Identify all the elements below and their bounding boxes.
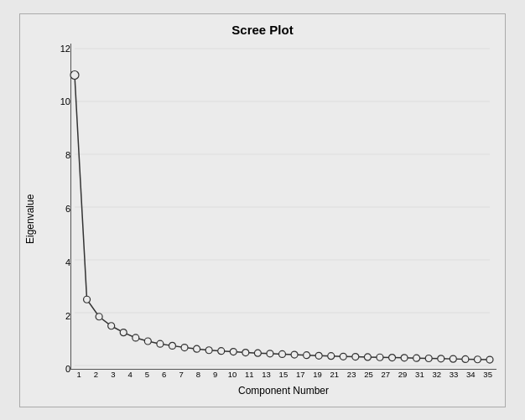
- x-tick: 21: [326, 370, 343, 383]
- y-tick: 12: [47, 44, 70, 54]
- svg-point-10: [108, 322, 115, 329]
- svg-point-39: [462, 355, 469, 362]
- y-tick: 4: [47, 257, 70, 267]
- svg-point-7: [70, 70, 79, 79]
- svg-point-12: [133, 334, 139, 340]
- svg-point-34: [401, 354, 408, 360]
- plot-area: [70, 44, 496, 370]
- x-axis-ticks: 1234567891011131517192123252729313233343…: [70, 370, 496, 383]
- y-tick: 6: [47, 204, 70, 214]
- svg-point-14: [157, 340, 164, 347]
- x-tick: 25: [360, 370, 377, 383]
- y-axis-label: Eigenvalue: [20, 40, 44, 398]
- svg-point-21: [242, 349, 249, 355]
- x-tick: 8: [190, 370, 206, 383]
- svg-point-23: [267, 350, 273, 356]
- x-tick: 5: [138, 370, 155, 383]
- svg-point-18: [205, 346, 212, 353]
- y-tick: 10: [47, 96, 70, 106]
- x-tick: 23: [343, 370, 360, 383]
- svg-point-37: [438, 355, 444, 361]
- svg-point-15: [169, 342, 175, 349]
- svg-point-28: [328, 352, 335, 359]
- x-tick: 3: [105, 370, 122, 383]
- svg-point-11: [120, 329, 127, 335]
- svg-point-29: [340, 353, 346, 360]
- x-tick: 15: [275, 370, 292, 383]
- x-axis-label: Component Number: [70, 385, 496, 397]
- x-tick: 29: [394, 370, 411, 383]
- x-tick: 13: [257, 370, 274, 383]
- chart-title: Scree Plot: [231, 23, 293, 37]
- svg-point-31: [364, 353, 371, 360]
- svg-point-26: [304, 351, 310, 358]
- x-tick: 11: [241, 370, 257, 383]
- svg-point-27: [315, 352, 322, 359]
- y-tick: 2: [47, 311, 70, 321]
- svg-point-13: [144, 338, 151, 345]
- x-tick: 2: [87, 370, 104, 383]
- x-tick: 34: [462, 370, 479, 383]
- scree-plot-svg: [71, 44, 496, 369]
- x-tick: 17: [292, 370, 309, 383]
- y-tick: 8: [47, 150, 70, 160]
- svg-point-19: [218, 347, 225, 354]
- y-tick: 0: [47, 364, 70, 374]
- svg-point-9: [96, 313, 102, 319]
- chart-area: Eigenvalue 121086420 1234567891011131517…: [20, 40, 505, 407]
- x-tick: 19: [309, 370, 325, 383]
- chart-container: Scree Plot Eigenvalue 121086420 12345678…: [19, 13, 506, 407]
- x-tick: 6: [156, 370, 173, 383]
- x-tick: 35: [480, 370, 496, 383]
- svg-point-38: [450, 355, 456, 362]
- x-tick: 31: [411, 370, 428, 383]
- svg-point-33: [389, 354, 396, 360]
- svg-point-32: [377, 354, 383, 360]
- x-tick: 10: [224, 370, 241, 383]
- svg-point-24: [279, 350, 286, 357]
- svg-point-41: [486, 356, 493, 363]
- svg-point-30: [352, 353, 359, 360]
- x-tick: 4: [122, 370, 138, 383]
- svg-point-16: [181, 344, 188, 350]
- x-tick: 33: [445, 370, 462, 383]
- plot-and-x: 1234567891011131517192123252729313233343…: [70, 40, 505, 398]
- x-tick: 1: [70, 370, 87, 383]
- svg-point-35: [413, 355, 420, 361]
- svg-point-22: [254, 350, 261, 356]
- x-tick: 9: [207, 370, 224, 383]
- svg-point-8: [84, 296, 91, 303]
- x-tick: 7: [173, 370, 190, 383]
- y-axis: 121086420: [44, 40, 70, 398]
- svg-point-36: [425, 355, 432, 361]
- svg-point-20: [230, 348, 237, 355]
- svg-point-17: [194, 345, 200, 352]
- x-tick: 27: [377, 370, 394, 383]
- svg-point-40: [474, 355, 481, 362]
- x-tick: 32: [429, 370, 445, 383]
- svg-point-25: [291, 351, 298, 358]
